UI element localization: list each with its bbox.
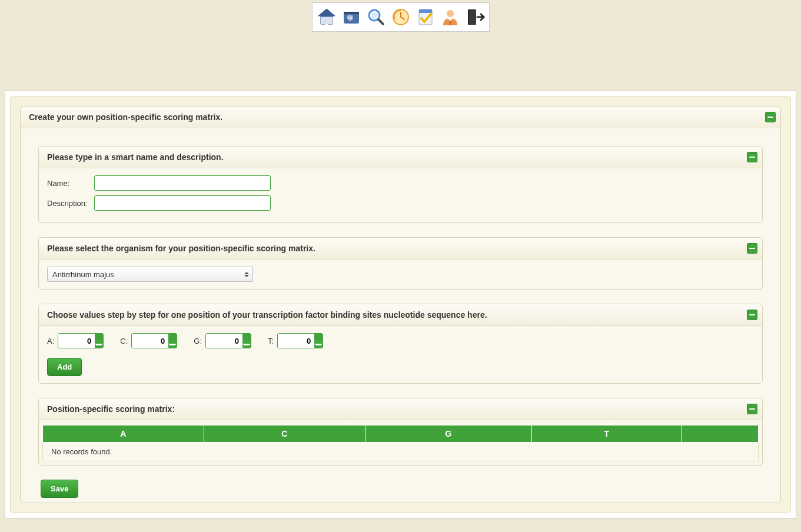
organism-selected-value: Antirrhinum majus <box>52 270 114 279</box>
collapse-toggle-icon[interactable] <box>747 152 757 162</box>
panel-title-main: Create your own position-specific scorin… <box>21 107 780 128</box>
label-g: G: <box>194 337 202 345</box>
svg-point-14 <box>447 10 454 17</box>
search-icon[interactable] <box>364 5 388 29</box>
main-title: Create your own position-specific scorin… <box>29 112 222 122</box>
name-label: Name: <box>47 179 94 188</box>
spinner-a <box>58 333 104 348</box>
mail-icon[interactable]: @ <box>340 5 363 29</box>
collapse-toggle-icon[interactable] <box>747 404 757 414</box>
collapse-toggle-icon[interactable] <box>747 243 757 254</box>
collapse-toggle-icon[interactable] <box>747 310 757 320</box>
spin-up-icon[interactable] <box>168 334 177 341</box>
spin-up-icon[interactable] <box>242 334 251 341</box>
user-icon[interactable] <box>438 5 462 29</box>
select-arrows-icon <box>242 268 251 280</box>
input-g[interactable] <box>206 334 242 348</box>
section-title: Please select the organism for your posi… <box>47 244 315 253</box>
spin-down-icon[interactable] <box>95 341 103 348</box>
page-container: Create your own position-specific scorin… <box>5 91 796 518</box>
label-t: T: <box>268 337 274 345</box>
section-name-desc: Please type in a smart name and descript… <box>38 146 763 223</box>
svg-rect-6 <box>344 12 359 14</box>
svg-rect-1 <box>321 17 333 24</box>
description-label: Description: <box>47 199 94 208</box>
section-title: Please type in a smart name and descript… <box>47 152 224 162</box>
section-matrix: Position-specific scoring matrix: A C G … <box>38 398 763 466</box>
tasks-icon[interactable] <box>414 5 437 29</box>
col-actions <box>682 425 759 443</box>
col-t: T <box>531 425 682 443</box>
spin-down-icon[interactable] <box>242 341 251 348</box>
col-c: C <box>204 425 365 443</box>
description-input[interactable] <box>94 195 271 211</box>
spinner-c <box>131 333 177 348</box>
main-panel: Create your own position-specific scorin… <box>20 106 781 503</box>
save-button[interactable]: Save <box>41 480 78 498</box>
top-toolbar: @ <box>312 2 490 32</box>
section-values: Choose values step by step for one posit… <box>38 304 763 384</box>
spin-down-icon[interactable] <box>168 341 177 348</box>
spin-up-icon[interactable] <box>314 334 323 341</box>
label-a: A: <box>47 337 54 345</box>
history-icon[interactable] <box>389 5 413 29</box>
section-organism: Please select the organism for your posi… <box>38 237 763 290</box>
col-a: A <box>43 425 204 443</box>
organism-select[interactable]: Antirrhinum majus <box>47 267 253 282</box>
label-c: C: <box>120 337 128 345</box>
exit-icon[interactable] <box>463 5 487 29</box>
svg-marker-17 <box>469 9 476 25</box>
svg-text:@: @ <box>347 15 353 21</box>
spin-up-icon[interactable] <box>95 334 103 341</box>
svg-rect-15 <box>450 21 451 25</box>
spin-down-icon[interactable] <box>314 341 323 348</box>
add-button[interactable]: Add <box>47 358 82 376</box>
name-input[interactable] <box>94 175 271 191</box>
col-g: G <box>365 425 531 443</box>
input-c[interactable] <box>132 334 168 348</box>
spinner-t <box>277 333 323 348</box>
input-a[interactable] <box>58 334 95 348</box>
matrix-table: A C G T <box>42 425 759 443</box>
spinner-g <box>205 333 251 348</box>
collapse-toggle-icon[interactable] <box>765 112 776 122</box>
svg-rect-13 <box>419 9 432 13</box>
svg-point-8 <box>371 12 378 19</box>
section-title: Position-specific scoring matrix: <box>47 404 175 414</box>
section-title: Choose values step by step for one posit… <box>47 310 487 320</box>
svg-line-9 <box>378 19 383 24</box>
home-icon[interactable] <box>315 5 338 29</box>
svg-marker-2 <box>318 9 335 16</box>
input-t[interactable] <box>278 334 314 348</box>
no-records-message: No records found. <box>42 443 759 461</box>
